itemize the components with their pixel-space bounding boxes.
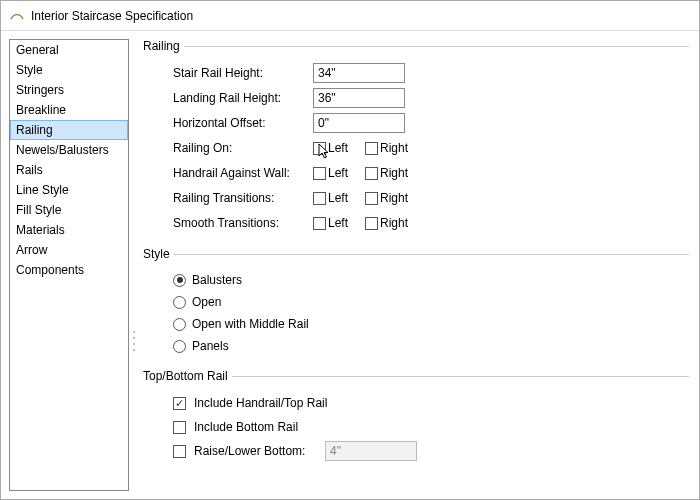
content-panel: Railing Stair Rail Height: Landing Rail …: [129, 31, 699, 499]
label-left-4: Left: [328, 216, 348, 230]
sidebar-item-breakline[interactable]: Breakline: [10, 100, 128, 120]
radio-style-open[interactable]: [173, 296, 186, 309]
sidebar-item-general[interactable]: General: [10, 40, 128, 60]
category-sidebar: GeneralStyleStringersBreaklineRailingNew…: [9, 39, 129, 491]
input-landing-rail-height[interactable]: [313, 88, 405, 108]
label-style-panels: Panels: [192, 339, 229, 353]
checkbox-railing-trans-left[interactable]: [313, 192, 326, 205]
label-left-3: Left: [328, 191, 348, 205]
input-raise-lower-bottom[interactable]: [325, 441, 417, 461]
label-handrail-wall: Handrail Against Wall:: [173, 166, 313, 180]
radio-style-balusters[interactable]: [173, 274, 186, 287]
sidebar-item-rails[interactable]: Rails: [10, 160, 128, 180]
checkbox-railing-on-right[interactable]: [365, 142, 378, 155]
sidebar-item-newels-balusters[interactable]: Newels/Balusters: [10, 140, 128, 160]
label-left-2: Left: [328, 166, 348, 180]
checkbox-railing-on-left[interactable]: [313, 142, 326, 155]
sidebar-item-components[interactable]: Components: [10, 260, 128, 280]
label-smooth-transitions: Smooth Transitions:: [173, 216, 313, 230]
label-right-3: Right: [380, 191, 408, 205]
label-railing-on: Railing On:: [173, 141, 313, 155]
checkbox-railing-trans-right[interactable]: [365, 192, 378, 205]
input-stair-rail-height[interactable]: [313, 63, 405, 83]
dialog-window: Interior Staircase Specification General…: [0, 0, 700, 500]
sidebar-item-arrow[interactable]: Arrow: [10, 240, 128, 260]
sidebar-item-line-style[interactable]: Line Style: [10, 180, 128, 200]
checkbox-handrail-wall-right[interactable]: [365, 167, 378, 180]
group-railing-legend: Railing: [143, 39, 184, 53]
app-icon: [9, 6, 25, 25]
sidebar-item-materials[interactable]: Materials: [10, 220, 128, 240]
label-style-open: Open: [192, 295, 221, 309]
label-include-bottom-rail: Include Bottom Rail: [194, 420, 298, 434]
checkbox-include-top-rail[interactable]: [173, 397, 186, 410]
titlebar: Interior Staircase Specification: [1, 1, 699, 31]
label-left: Left: [328, 141, 348, 155]
checkbox-handrail-wall-left[interactable]: [313, 167, 326, 180]
group-top-bottom-rail: Top/Bottom Rail Include Handrail/Top Rai…: [143, 369, 689, 465]
radio-style-panels[interactable]: [173, 340, 186, 353]
label-landing-rail-height: Landing Rail Height:: [173, 91, 313, 105]
sidebar-item-fill-style[interactable]: Fill Style: [10, 200, 128, 220]
label-stair-rail-height: Stair Rail Height:: [173, 66, 313, 80]
sidebar-item-style[interactable]: Style: [10, 60, 128, 80]
label-right: Right: [380, 141, 408, 155]
group-style: Style BalustersOpenOpen with Middle Rail…: [143, 247, 689, 359]
group-top-bottom-legend: Top/Bottom Rail: [143, 369, 232, 383]
group-style-legend: Style: [143, 247, 174, 261]
label-style-balusters: Balusters: [192, 273, 242, 287]
checkbox-raise-lower-bottom[interactable]: [173, 445, 186, 458]
label-style-open-with-middle-rail: Open with Middle Rail: [192, 317, 309, 331]
window-title: Interior Staircase Specification: [31, 9, 193, 23]
label-include-top-rail: Include Handrail/Top Rail: [194, 396, 327, 410]
radio-style-open-with-middle-rail[interactable]: [173, 318, 186, 331]
checkbox-include-bottom-rail[interactable]: [173, 421, 186, 434]
sidebar-item-stringers[interactable]: Stringers: [10, 80, 128, 100]
splitter-handle[interactable]: [131, 331, 137, 351]
label-railing-transitions: Railing Transitions:: [173, 191, 313, 205]
checkbox-smooth-trans-right[interactable]: [365, 217, 378, 230]
label-right-4: Right: [380, 216, 408, 230]
sidebar-item-railing[interactable]: Railing: [10, 120, 128, 140]
checkbox-smooth-trans-left[interactable]: [313, 217, 326, 230]
label-horizontal-offset: Horizontal Offset:: [173, 116, 313, 130]
input-horizontal-offset[interactable]: [313, 113, 405, 133]
label-raise-lower-bottom: Raise/Lower Bottom:: [194, 444, 319, 458]
group-railing: Railing Stair Rail Height: Landing Rail …: [143, 39, 689, 237]
label-right-2: Right: [380, 166, 408, 180]
